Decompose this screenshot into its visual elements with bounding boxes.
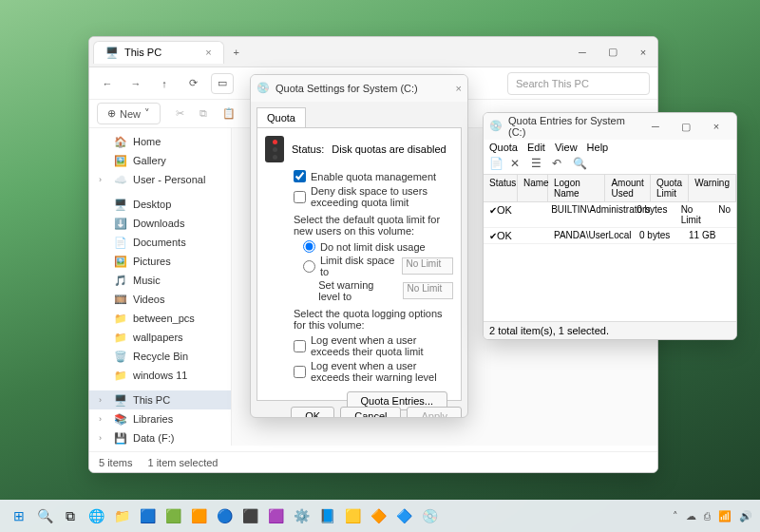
sidebar-thispc[interactable]: ›🖥️This PC bbox=[89, 390, 231, 409]
sidebar-gallery[interactable]: 🖼️Gallery bbox=[89, 151, 231, 170]
deny-space-checkbox[interactable]: Deny disk space to users exceeding quota… bbox=[294, 185, 453, 208]
sidebar-documents[interactable]: 📄Documents bbox=[89, 233, 231, 252]
default-limit-label: Select the default quota limit for new u… bbox=[294, 214, 453, 237]
volume-icon[interactable]: 🔊 bbox=[739, 510, 752, 522]
sidebar-pictures[interactable]: 🖼️Pictures bbox=[89, 252, 231, 271]
entries-table: Status Name Logon Name Amount Used Quota… bbox=[484, 175, 736, 244]
sidebar-wallpapers[interactable]: 📁wallpapers bbox=[89, 328, 231, 347]
menu-quota[interactable]: Quota bbox=[489, 142, 518, 153]
new-icon[interactable]: 📄 bbox=[489, 157, 504, 172]
search-icon[interactable]: 🔍 bbox=[33, 504, 56, 527]
pc-icon: 🖥️ bbox=[105, 47, 119, 59]
find-icon[interactable]: 🔍 bbox=[573, 157, 588, 172]
ok-button[interactable]: OK bbox=[291, 407, 334, 418]
warning-row: Set warning level to No Limit bbox=[303, 279, 453, 302]
col-logon[interactable]: Logon Name bbox=[548, 175, 605, 201]
sidebar-music[interactable]: 🎵Music bbox=[89, 271, 231, 290]
start-button[interactable]: ⊞ bbox=[8, 504, 30, 527]
col-used[interactable]: Amount Used bbox=[605, 175, 650, 201]
up-button[interactable]: ↑ bbox=[154, 73, 175, 94]
drive-icon: 💿 bbox=[256, 82, 270, 95]
task-view-icon[interactable]: ⧉ bbox=[59, 504, 82, 527]
app-icon[interactable]: 🟦 bbox=[136, 504, 159, 527]
col-status[interactable]: Status bbox=[484, 175, 518, 201]
close-button[interactable]: × bbox=[629, 41, 657, 64]
sidebar-dataf[interactable]: ›💾Data (F:) bbox=[89, 428, 231, 446]
chrome-icon[interactable]: 🔵 bbox=[213, 504, 236, 527]
status-bar: 5 items 1 item selected bbox=[89, 451, 657, 472]
close-button[interactable]: × bbox=[702, 115, 731, 138]
menu-bar: Quota Edit View Help bbox=[484, 140, 736, 155]
app-icon[interactable]: 💿 bbox=[418, 504, 441, 527]
apply-button[interactable]: Apply bbox=[407, 407, 462, 418]
minimize-button[interactable]: ─ bbox=[641, 115, 670, 138]
edge-icon[interactable]: 🌐 bbox=[85, 504, 107, 527]
back-button[interactable]: ← bbox=[97, 73, 118, 94]
wifi-icon[interactable]: 📶 bbox=[718, 510, 732, 522]
onedrive-icon[interactable]: ☁ bbox=[686, 510, 696, 522]
refresh-button[interactable]: ⟳ bbox=[182, 73, 203, 94]
copy-button[interactable]: ⧉ bbox=[200, 107, 207, 120]
table-row[interactable]: ✔OK BUILTIN\Administrators 0 bytes No Li… bbox=[484, 202, 736, 228]
sidebar-recycle[interactable]: 🗑️Recycle Bin bbox=[89, 347, 231, 366]
search-input[interactable]: Search This PC bbox=[507, 72, 650, 95]
add-tab-button[interactable]: + bbox=[224, 47, 249, 58]
app-icon[interactable]: 🟧 bbox=[187, 504, 210, 527]
forward-button[interactable]: → bbox=[125, 73, 146, 94]
cut-button[interactable]: ✂ bbox=[176, 107, 184, 120]
cancel-button[interactable]: Cancel bbox=[340, 407, 401, 418]
sidebar-desktop[interactable]: 🖥️Desktop bbox=[89, 195, 231, 214]
new-button[interactable]: ⊕ New ˅ bbox=[97, 103, 161, 124]
log-exceed-checkbox[interactable]: Log event when a user exceeds their quot… bbox=[294, 334, 453, 357]
minimize-button[interactable]: ─ bbox=[568, 41, 597, 64]
explorer-icon[interactable]: 📁 bbox=[110, 504, 133, 527]
maximize-button[interactable]: ▢ bbox=[672, 115, 700, 138]
tab-quota[interactable]: Quota bbox=[256, 107, 306, 127]
chevron-up-icon[interactable]: ˄ bbox=[673, 510, 678, 522]
tray-icon[interactable]: ⎙ bbox=[704, 510, 711, 522]
sidebar-videos[interactable]: 🎞️Videos bbox=[89, 290, 231, 309]
sidebar-libraries[interactable]: ›📚Libraries bbox=[89, 409, 231, 428]
table-row[interactable]: ✔OK PANDA\UserLocal 0 bytes 11 GB bbox=[484, 228, 736, 244]
menu-help[interactable]: Help bbox=[587, 142, 609, 153]
log-warn-checkbox[interactable]: Log event when a user exceeds their warn… bbox=[294, 360, 453, 383]
menu-edit[interactable]: Edit bbox=[527, 142, 545, 153]
sidebar-downloads[interactable]: ⬇️Downloads bbox=[89, 214, 231, 233]
app-icon[interactable]: ⚙️ bbox=[290, 504, 313, 527]
limit-combo[interactable]: No Limit bbox=[402, 257, 453, 275]
app-icon[interactable]: 🟩 bbox=[162, 504, 184, 527]
status-label: Status: bbox=[292, 143, 324, 155]
sidebar-user[interactable]: ›☁️User - Personal bbox=[89, 170, 231, 189]
col-name[interactable]: Name bbox=[518, 175, 548, 201]
app-icon[interactable]: 🔷 bbox=[392, 504, 415, 527]
app-icon[interactable]: 🟨 bbox=[341, 504, 364, 527]
properties-icon[interactable]: ☰ bbox=[531, 157, 546, 172]
enable-quota-checkbox[interactable]: Enable quota management bbox=[294, 170, 453, 182]
app-icon[interactable]: 🔶 bbox=[367, 504, 390, 527]
sidebar-home[interactable]: 🏠Home bbox=[89, 132, 231, 151]
no-limit-radio[interactable]: Do not limit disk usage bbox=[303, 240, 453, 253]
icon-toolbar: 📄 ✕ ☰ ↶ 🔍 bbox=[484, 155, 736, 175]
app-icon[interactable]: 📘 bbox=[315, 504, 338, 527]
delete-icon[interactable]: ✕ bbox=[510, 157, 525, 172]
system-tray[interactable]: ˄ ☁ ⎙ 📶 🔊 bbox=[673, 510, 752, 522]
col-warn[interactable]: Warning bbox=[689, 175, 736, 201]
status-items: 5 items bbox=[99, 457, 132, 468]
tab-thispc[interactable]: 🖥️ This PC × bbox=[93, 41, 224, 64]
menu-view[interactable]: View bbox=[555, 142, 578, 153]
col-limit[interactable]: Quota Limit bbox=[651, 175, 689, 201]
limit-radio[interactable]: Limit disk space to No Limit bbox=[303, 255, 453, 277]
maximize-button[interactable]: ▢ bbox=[598, 41, 627, 64]
quota-entries-window: 💿 Quota Entries for System (C:) ─ ▢ × Qu… bbox=[483, 112, 737, 340]
close-button[interactable]: × bbox=[456, 83, 462, 94]
warn-combo[interactable]: No Limit bbox=[403, 282, 453, 299]
address-bar[interactable]: ▭ bbox=[211, 73, 234, 94]
logging-label: Select the quota logging options for thi… bbox=[294, 308, 453, 331]
app-icon[interactable]: 🟪 bbox=[264, 504, 287, 527]
sidebar-between[interactable]: 📁between_pcs bbox=[89, 309, 231, 328]
sidebar-win11[interactable]: 📁windows 11 bbox=[89, 366, 231, 385]
undo-icon[interactable]: ↶ bbox=[552, 157, 567, 172]
app-icon[interactable]: ⬛ bbox=[238, 504, 261, 527]
paste-button[interactable]: 📋 bbox=[222, 107, 236, 120]
close-icon[interactable]: × bbox=[205, 47, 211, 58]
